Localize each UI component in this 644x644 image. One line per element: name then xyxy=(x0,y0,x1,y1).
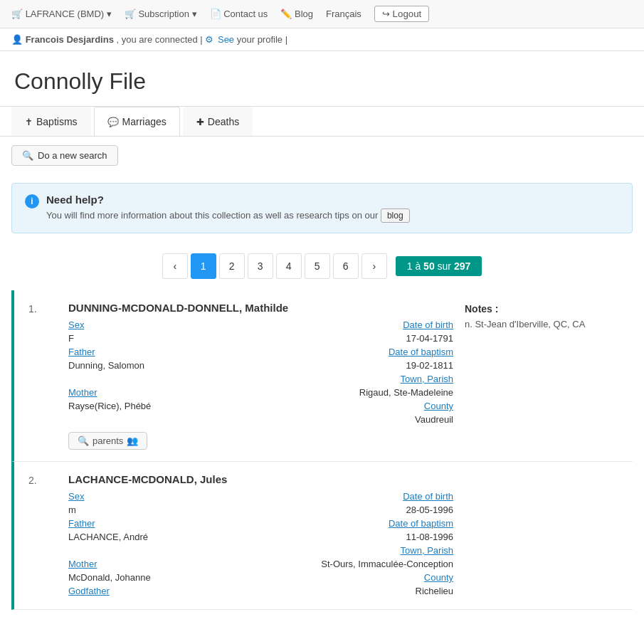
search-icon: 🔍 xyxy=(22,150,33,161)
page-summary: 1 à 50 sur 297 xyxy=(396,256,482,276)
tabs-bar: ✝ Baptisms 💬 Marriages ✚ Deaths xyxy=(0,107,644,137)
info-icon: i xyxy=(25,194,39,208)
mother-label-1[interactable]: Mother xyxy=(68,387,97,398)
help-text-content: Need help? You will find more informatio… xyxy=(46,194,619,223)
brand-dropdown-icon: ▾ xyxy=(107,9,112,19)
sex-value-1: F xyxy=(68,333,74,344)
page-button-1[interactable]: 1 xyxy=(191,253,216,279)
help-title: Need help? xyxy=(46,194,619,206)
page-button-5[interactable]: 5 xyxy=(305,253,330,279)
date-of-baptism-value-2: 11-08-1996 xyxy=(406,532,454,542)
godfather-label-2[interactable]: Godfather xyxy=(68,586,110,596)
record-main-2: LACHANCE-MCDONALD, Jules Sex Date of bir… xyxy=(68,473,453,598)
date-of-birth-value-1: 17-04-1791 xyxy=(406,333,454,344)
date-of-baptism-value-1: 19-02-1811 xyxy=(406,360,454,371)
tab-baptisms-label: Baptisms xyxy=(36,116,78,127)
record-notes-1: Notes : n. St-Jean d'Iberville, QC, CA xyxy=(465,302,621,450)
see-profile-link[interactable]: See xyxy=(218,34,237,45)
notes-title-1: Notes : xyxy=(465,303,621,315)
search-bar-area: 🔍 Do a new search xyxy=(0,137,644,174)
brand-link[interactable]: 🛒 LAFRANCE (BMD) ▾ xyxy=(11,9,112,19)
date-of-birth-label-1[interactable]: Date of birth xyxy=(403,320,453,330)
subscription-dropdown-icon: ▾ xyxy=(192,9,197,19)
records-list: 1. DUNNING-MCDONALD-DONNELL, Mathilde Se… xyxy=(0,290,644,610)
profile-text: your profile xyxy=(237,34,283,45)
parents-search-icon: 🔍 xyxy=(78,436,89,446)
county-label-1[interactable]: County xyxy=(424,401,453,411)
subscription-link[interactable]: 🛒 Subscription ▾ xyxy=(125,9,197,19)
contact-link[interactable]: 📄 Contact us xyxy=(210,9,268,19)
user-icon: 👤 xyxy=(11,34,23,45)
county-label-2[interactable]: County xyxy=(424,572,453,583)
cart-icon: 🛒 xyxy=(125,9,136,19)
user-bar: 👤 Francois Desjardins , you are connecte… xyxy=(0,28,644,51)
blog-nav-icon: ✏️ xyxy=(280,9,292,19)
tab-marriages[interactable]: 💬 Marriages xyxy=(94,107,180,136)
date-of-baptism-label-2[interactable]: Date of baptism xyxy=(389,518,453,529)
blog-link[interactable]: ✏️ Blog xyxy=(280,9,313,19)
county-value-1: Vaudreuil xyxy=(415,414,453,425)
user-bar-separator: | xyxy=(285,34,287,45)
blog-nav-label: Blog xyxy=(295,9,313,19)
mother-label-2[interactable]: Mother xyxy=(68,559,97,569)
date-of-birth-label-2[interactable]: Date of birth xyxy=(403,491,453,502)
contact-label: Contact us xyxy=(223,9,268,19)
page-3-label: 3 xyxy=(258,260,263,272)
logout-icon: ↪ xyxy=(382,9,390,19)
page-button-6[interactable]: 6 xyxy=(333,253,359,279)
page-title: Connolly File xyxy=(14,68,630,95)
new-search-button[interactable]: 🔍 Do a new search xyxy=(11,145,118,166)
town-parish-label-1[interactable]: Town, Parish xyxy=(401,374,453,384)
help-description-text: You will find more information about thi… xyxy=(46,210,378,221)
town-parish-value-2: St-Ours, Immaculée-Conception xyxy=(321,559,453,569)
record-name-2: LACHANCE-MCDONALD, Jules xyxy=(68,473,453,485)
help-box: i Need help? You will find more informat… xyxy=(11,183,633,233)
sex-value-2: m xyxy=(68,505,76,515)
next-page-button[interactable]: › xyxy=(361,253,387,279)
date-of-baptism-label-1[interactable]: Date of baptism xyxy=(389,347,453,357)
father-label-1[interactable]: Father xyxy=(68,347,95,357)
language-link[interactable]: Français xyxy=(326,9,361,19)
logout-label: Logout xyxy=(393,9,422,19)
page-button-3[interactable]: 3 xyxy=(248,253,273,279)
page-6-label: 6 xyxy=(343,260,349,272)
subscription-label: Subscription xyxy=(138,9,189,19)
prev-icon: ‹ xyxy=(173,260,176,272)
sex-label-1[interactable]: Sex xyxy=(68,320,84,330)
page-5-label: 5 xyxy=(315,260,320,272)
record-notes-2 xyxy=(465,473,621,598)
parents-people-icon: 👥 xyxy=(127,436,138,446)
sex-label-2[interactable]: Sex xyxy=(68,491,84,502)
gear-icon: ⚙ xyxy=(205,34,213,45)
brand-icon: 🛒 xyxy=(11,9,23,19)
parents-button-1[interactable]: 🔍 parents 👥 xyxy=(68,432,147,450)
page-button-2[interactable]: 2 xyxy=(219,253,245,279)
record-number-1: 1. xyxy=(28,302,57,450)
town-parish-label-2[interactable]: Town, Parish xyxy=(401,545,453,556)
date-of-birth-value-2: 28-05-1996 xyxy=(406,505,454,515)
father-label-2[interactable]: Father xyxy=(68,518,95,529)
father-value-2: LACHANCE, André xyxy=(68,532,148,542)
see-text: See xyxy=(218,34,234,45)
record-main-1: DUNNING-MCDONALD-DONNELL, Mathilde Sex D… xyxy=(68,302,453,450)
father-value-1: Dunning, Salomon xyxy=(68,360,144,371)
page-button-4[interactable]: 4 xyxy=(276,253,302,279)
notes-text-1: n. St-Jean d'Iberville, QC, CA xyxy=(465,319,585,329)
baptism-icon: ✝ xyxy=(25,117,33,127)
tab-deaths[interactable]: ✚ Deaths xyxy=(183,107,253,136)
mother-value-1: Rayse(Rice), Phébé xyxy=(68,401,151,411)
language-label: Français xyxy=(326,9,361,19)
prev-page-button[interactable]: ‹ xyxy=(162,253,188,279)
blog-button[interactable]: blog xyxy=(381,208,410,223)
tab-baptisms[interactable]: ✝ Baptisms xyxy=(11,107,91,136)
username: Francois Desjardins xyxy=(26,34,114,45)
death-icon: ✚ xyxy=(196,117,204,127)
page-title-area: Connolly File xyxy=(0,51,644,107)
record-number-2: 2. xyxy=(28,473,57,598)
page-4-label: 4 xyxy=(286,260,292,272)
pagination: ‹ 1 2 3 4 5 6 › 1 à 50 sur 297 xyxy=(0,242,644,290)
logout-button[interactable]: ↪ Logout xyxy=(374,6,429,22)
new-search-label: Do a new search xyxy=(38,150,107,161)
town-parish-value-1: Rigaud, Ste-Madeleine xyxy=(359,387,453,398)
contact-icon: 📄 xyxy=(210,9,221,19)
